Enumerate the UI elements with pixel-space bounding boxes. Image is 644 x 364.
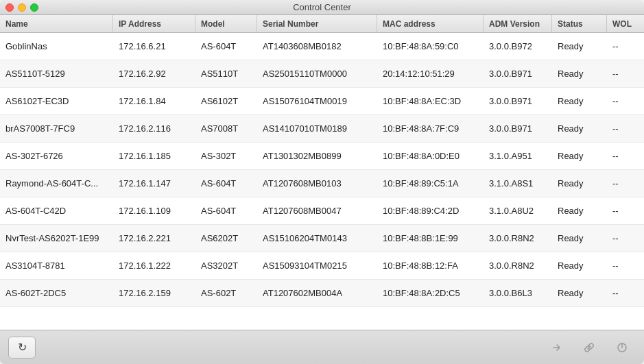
col-header-wol[interactable]: WOL (607, 15, 644, 32)
cell-model: AS-604T (195, 41, 257, 51)
cell-wol: -- (607, 206, 644, 216)
cell-serial: AS14107010TM0189 (257, 123, 377, 134)
cell-name: AS5110T-5129 (0, 69, 113, 79)
table-row[interactable]: AS-602T-2DC5 172.16.2.159 AS-602T AT1207… (0, 280, 644, 307)
cell-mac: 10:BF:48:8B:12:FA (377, 260, 484, 271)
cell-mac: 10:BF:48:89:C4:2D (377, 206, 484, 216)
cell-adm: 3.0.0.B971 (484, 96, 552, 106)
table-row[interactable]: GoblinNas 172.16.6.21 AS-604T AT1403608M… (0, 33, 644, 60)
cell-wol: -- (607, 41, 644, 51)
cell-mac: 10:BF:48:8A:0D:E0 (377, 151, 484, 161)
col-header-ip[interactable]: IP Address (113, 15, 195, 32)
cell-ip: 172.16.2.159 (113, 288, 195, 298)
table-row[interactable]: AS5110T-5129 172.16.2.92 AS5110T AS25015… (0, 60, 644, 88)
col-header-mac[interactable]: MAC address (377, 15, 484, 32)
col-header-adm[interactable]: ADM Version (484, 15, 552, 32)
refresh-button[interactable]: ↻ (8, 337, 36, 359)
minimize-button[interactable] (18, 3, 26, 12)
cell-mac: 10:BF:48:8A:7F:C9 (377, 123, 484, 134)
power-button[interactable] (608, 337, 636, 359)
cell-model: AS7008T (195, 123, 257, 134)
cell-name: AS6102T-EC3D (0, 96, 113, 106)
cell-serial: AT1207602MB004A (257, 288, 377, 298)
cell-wol: -- (607, 69, 644, 79)
cell-adm: 3.0.0.B971 (484, 69, 552, 79)
cell-name: AS-604T-C42D (0, 206, 113, 216)
cell-status: Ready (552, 96, 607, 106)
table-row[interactable]: AS-302T-6726 172.16.1.185 AS-302T AT1301… (0, 143, 644, 170)
cell-serial: AS15093104TM0215 (257, 260, 377, 271)
cell-name: brAS7008T-7FC9 (0, 123, 113, 134)
cell-mac: 10:BF:48:89:C5:1A (377, 178, 484, 189)
cell-model: AS-602T (195, 288, 257, 298)
cell-ip: 172.16.2.92 (113, 69, 195, 79)
cell-name: AS3104T-8781 (0, 260, 113, 271)
cell-serial: AT1207608MB0103 (257, 178, 377, 189)
close-button[interactable] (5, 3, 14, 12)
cell-ip: 172.16.1.222 (113, 260, 195, 271)
cell-mac: 10:BF:48:8A:EC:3D (377, 96, 484, 106)
cell-serial: AS15106204TM0143 (257, 233, 377, 243)
link-button[interactable] (575, 337, 603, 359)
cell-adm: 3.1.0.A951 (484, 151, 552, 161)
window-controls[interactable] (5, 3, 38, 12)
cell-serial: AT1207608MB0047 (257, 206, 377, 216)
cell-serial: AT1403608MB0182 (257, 41, 377, 51)
cell-status: Ready (552, 178, 607, 189)
cell-serial: AS25015110TM0000 (257, 69, 377, 79)
cell-wol: -- (607, 96, 644, 106)
cell-mac: 20:14:12:10:51:29 (377, 69, 484, 79)
table-row[interactable]: NvrTest-AS6202T-1E99 172.16.2.221 AS6202… (0, 225, 644, 252)
cell-status: Ready (552, 206, 607, 216)
title-bar: Control Center (0, 0, 644, 15)
table-body: GoblinNas 172.16.6.21 AS-604T AT1403608M… (0, 33, 644, 330)
col-header-status[interactable]: Status (552, 15, 607, 32)
cell-adm: 3.0.0.R8N2 (484, 233, 552, 243)
cell-wol: -- (607, 288, 644, 298)
cell-ip: 172.16.1.185 (113, 151, 195, 161)
cell-ip: 172.16.1.84 (113, 96, 195, 106)
cell-wol: -- (607, 178, 644, 189)
table-row[interactable]: AS6102T-EC3D 172.16.1.84 AS6102T AS15076… (0, 88, 644, 115)
cell-adm: 3.0.0.B972 (484, 41, 552, 51)
cell-wol: -- (607, 123, 644, 134)
cell-model: AS-302T (195, 151, 257, 161)
cell-adm: 3.0.0.B6L3 (484, 288, 552, 298)
link-icon (583, 341, 595, 354)
cell-adm: 3.1.0.A8U2 (484, 206, 552, 216)
cell-name: AS-602T-2DC5 (0, 288, 113, 298)
cell-name: GoblinNas (0, 41, 113, 51)
cell-model: AS6202T (195, 233, 257, 243)
col-header-name[interactable]: Name (0, 15, 113, 32)
cell-serial: AS15076104TM0019 (257, 96, 377, 106)
cell-mac: 10:BF:48:8A:59:C0 (377, 41, 484, 51)
cell-model: AS3202T (195, 260, 257, 271)
cell-mac: 10:BF:48:8B:1E:99 (377, 233, 484, 243)
power-icon (616, 341, 628, 354)
cell-ip: 172.16.2.221 (113, 233, 195, 243)
cell-model: AS-604T (195, 206, 257, 216)
col-header-model[interactable]: Model (195, 15, 257, 32)
cell-status: Ready (552, 69, 607, 79)
cell-status: Ready (552, 151, 607, 161)
cell-adm: 3.0.0.R8N2 (484, 260, 552, 271)
toolbar-right (542, 337, 636, 359)
table-row[interactable]: brAS7008T-7FC9 172.16.2.116 AS7008T AS14… (0, 115, 644, 143)
col-header-serial[interactable]: Serial Number (257, 15, 377, 32)
table-header: Name IP Address Model Serial Number MAC … (0, 15, 644, 33)
forward-button[interactable] (542, 337, 570, 359)
cell-mac: 10:BF:48:8A:2D:C5 (377, 288, 484, 298)
bottom-toolbar: ↻ (0, 330, 644, 364)
cell-model: AS-604T (195, 178, 257, 189)
cell-name: Raymond-AS-604T-C... (0, 178, 113, 189)
table-row[interactable]: AS-604T-C42D 172.16.1.109 AS-604T AT1207… (0, 197, 644, 225)
cell-ip: 172.16.1.109 (113, 206, 195, 216)
table-row[interactable]: Raymond-AS-604T-C... 172.16.1.147 AS-604… (0, 170, 644, 197)
cell-status: Ready (552, 41, 607, 51)
maximize-button[interactable] (30, 3, 38, 12)
table-row[interactable]: AS3104T-8781 172.16.1.222 AS3202T AS1509… (0, 252, 644, 280)
cell-status: Ready (552, 123, 607, 134)
cell-adm: 3.1.0.A8S1 (484, 178, 552, 189)
cell-model: AS5110T (195, 69, 257, 79)
cell-status: Ready (552, 288, 607, 298)
